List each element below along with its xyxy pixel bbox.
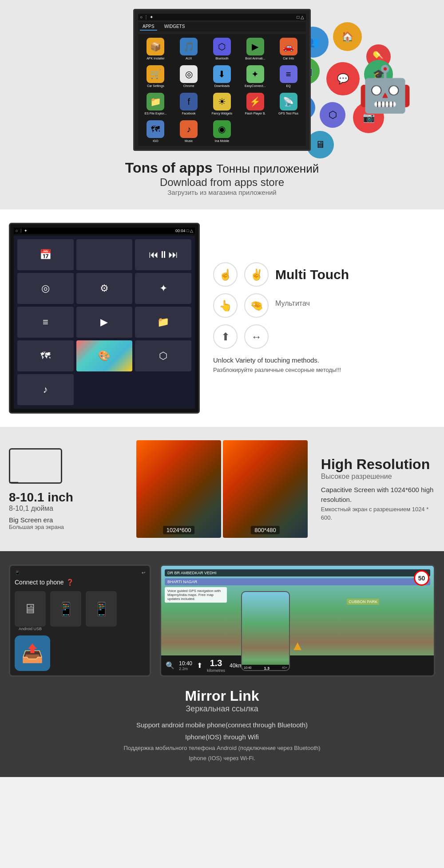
gps-dist-block: 1.3 kilometres [207,658,225,673]
app-item-fancywidgets[interactable]: ☀Fancy Widgets [206,91,238,117]
multitouch-title: Multi Touch [275,267,349,282]
gps-city-label: CUBBON PARK [347,599,379,605]
app-label: Chrome [183,84,194,87]
app-icon: ♪ [180,120,198,138]
mt-widget-maps: 🗺 [17,340,74,371]
app-item-bootanimati[interactable]: ▶Boot Animati... [239,36,271,62]
app-item-easyconnect[interactable]: ✦EasyConnect... [239,63,271,89]
cubbon-park-label: CUBBON PARK [349,600,377,604]
app-label: GPS Test Plus [278,112,298,115]
app-item-igo[interactable]: 🗺iGO [140,118,171,144]
touch-icon-4: 🤏 [244,293,269,318]
multitouch-screen: ○ ⋮ ✦ 00:04 □ △ 📅 ⏮⏸⏭ ◎ ⚙ ✦ ≡ ▶ 📁 🗺 🎨 ⬡ … [9,223,200,414]
mirror-phones-row: 🖥 Android USB 📱 📱 [15,591,145,631]
mt-widget-music2: ♪ [17,374,74,405]
apps-subline-ru: Загрузить из магазина приложений [125,189,319,196]
app-icon: 📦 [147,38,164,55]
app-icon: ✦ [246,65,264,83]
app-item-apkinstaller[interactable]: 📦APK Installer [140,36,171,62]
multitouch-subtitle: Мультитач [275,300,310,308]
resolution-size-ru: 8-10,1 дюйма [9,505,53,513]
section-multitouch: ○ ⋮ ✦ 00:04 □ △ 📅 ⏮⏸⏭ ◎ ⚙ ✦ ≡ ▶ 📁 🗺 🎨 ⬡ … [0,209,444,427]
app-label: Bluetooth [215,57,229,60]
mirror-link-subtitle: Зеркальная ссылка [123,704,320,714]
app-item-inamobile[interactable]: ◉Ina Mobile [206,118,238,144]
app-item-downloads[interactable]: ⬇Downloads [206,63,238,89]
app-icon: 🎵 [180,38,198,55]
mt-widget-music: ⏮⏸⏭ [135,239,191,270]
app-icon: 🗺 [147,120,164,138]
mirror-link-icon: 📤 [15,635,50,671]
apps-headline-en: Tons of apps [125,160,213,176]
res-title: High Resolution [321,456,435,473]
touch-icon-5: ⬆ [213,324,238,349]
app-icon: f [180,93,198,110]
app-label: Car Settings [147,84,164,87]
app-item-aux[interactable]: 🎵AUX [173,36,205,62]
section-resolution: 8-10.1 inch 8-10,1 дюйма Big Screen era … [0,427,444,551]
mirror-desc3: Поддержка мобильного телефона Android (п… [123,743,320,753]
multitouch-info: ☝ ✌ Multi Touch 👆 🤏 Мультитач ⬆ ↔ Unlock… [213,262,435,374]
app-label: AUX [186,57,192,60]
mt-content: 📅 ⏮⏸⏭ ◎ ⚙ ✦ ≡ ▶ 📁 🗺 🎨 ⬡ ♪ [14,236,195,409]
circle-red-2: 💬 [326,62,360,95]
app-item-facebook[interactable]: fFacebook [173,91,205,117]
app-label: iGO [153,139,158,142]
apps-main-screen: ○ ⋮ ✦ □ △ APPS WIDGETS 📦APK Installer🎵AU… [133,9,311,151]
gps-street2: BHARTI NAGAR [165,578,430,585]
app-item-music[interactable]: ♪Music [173,118,205,144]
resolution-screens: 1024*600 800*480 [136,440,308,538]
app-item-chrome[interactable]: ◎Chrome [173,63,205,89]
app-item-carsettings[interactable]: 🛒Car Settings [140,63,171,89]
app-label: APK Installer [147,57,164,60]
mirror-phone-icon-2: 📱 [50,591,81,627]
tab-widgets[interactable]: WIDGETS [162,23,188,31]
phone-gps-mini: 10:40 1.3 40+ [242,592,289,671]
app-item-carinfo[interactable]: 🚗Car Info [273,36,304,62]
app-item-esfileexplor[interactable]: 📁ES File Explor... [140,91,171,117]
mt-widget-easyconnect2: ✦ [135,273,191,304]
app-label: Boot Animati... [245,57,265,60]
mt-widget-esfile: 📁 [135,307,191,338]
touch-icon-1: ☝ [213,262,238,287]
app-icon: 🚗 [280,38,297,55]
gps-voice-box: Voice guided GPS navigation with MapmyIn… [165,587,227,603]
android-usb-label: Android USB [19,627,42,631]
apps-text-section: Tons of apps Тонны приложений Download f… [125,155,319,205]
app-label: EasyConnect... [245,84,266,87]
apps-headline: Tons of apps Тонны приложений [125,160,319,176]
gps-distance-value: 1.3 [210,658,222,668]
app-icon: 📡 [280,93,297,110]
mt-widget-calendar: 📅 [17,239,74,270]
touch-icon-6: ↔ [244,324,269,349]
mt-widget-empty [76,239,133,270]
circle-purple-1: ⬡ [320,102,345,128]
multitouch-desc-en: Unlock Variety of touching methods. [213,355,435,366]
mt-widget-chrome: ◎ [17,273,74,304]
resolution-left: 8-10.1 inch 8-10,1 дюйма Big Screen era … [9,448,123,530]
touch-icon-2: ✌ [244,262,269,287]
apps-headline-ru: Тонны приложений [216,162,319,175]
resolution-size: 8-10.1 inch [9,490,73,505]
app-item-eq[interactable]: ≡EQ [273,63,304,89]
app-label: Music [185,139,193,142]
apps-screenshots: ○ ⋮ ✦ □ △ APPS WIDGETS 📦APK Installer🎵AU… [4,9,440,151]
app-item-gpstestplus[interactable]: 📡GPS Test Plus [273,91,304,117]
gps-overlay: DR BR AMBEDKAR VEDHI BHARTI NAGAR Voice … [165,569,430,603]
section-mirror: 📱 ↩ Connect to phone ❓ 🖥 Android USB 📱 📱… [0,551,444,777]
gps-speed-sign: 50 [414,570,429,586]
mirror-right-screen: DR BR AMBEDKAR VEDHI BHARTI NAGAR Voice … [160,564,435,677]
apps-tabs[interactable]: APPS WIDGETS [138,22,306,32]
touch-icon-3: 👆 [213,293,238,318]
mt-topbar: ○ ⋮ ✦ 00:04 □ △ [14,228,195,234]
gps-street1: DR BR AMBEDKAR VEDHI [165,569,430,576]
app-label: Car Info [283,57,294,60]
mt-widget-bt2: ⬡ [135,340,191,371]
app-item-flashplayer[interactable]: ⚡Flash Player $. [239,91,271,117]
phone-bottom-bar: 10:40 1.3 40+ [242,665,289,671]
app-icon: ≡ [280,65,297,83]
app-label: Flash Player $. [245,112,266,115]
app-item-bluetooth[interactable]: ⬡Bluetooth [206,36,238,62]
tab-apps[interactable]: APPS [140,23,157,31]
mirror-phone-icon-1: 🖥 [15,591,46,627]
